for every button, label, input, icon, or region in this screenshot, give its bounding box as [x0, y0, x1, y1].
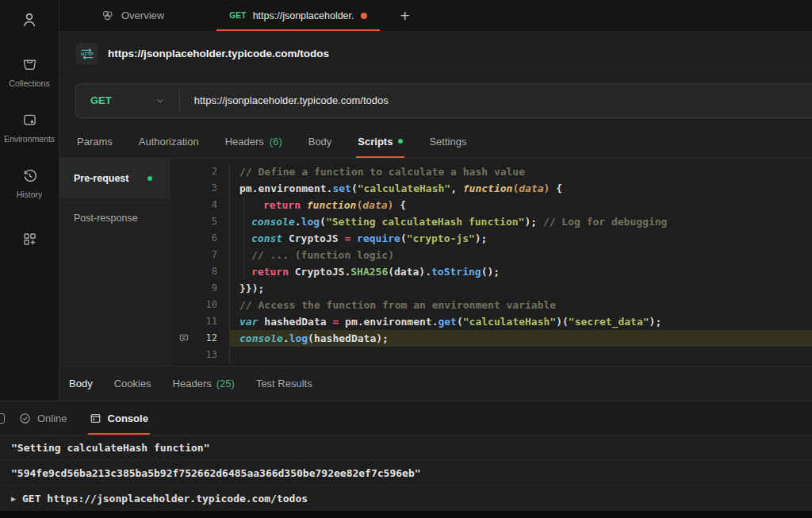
- tab-overview[interactable]: Overview: [101, 0, 164, 31]
- response-tab-body[interactable]: Body: [69, 378, 93, 389]
- sidebar-item-label: Collections: [9, 79, 49, 88]
- code-line[interactable]: 11var hashedData = pm.environment.get("c…: [170, 313, 812, 330]
- code-token: (: [320, 216, 326, 228]
- tab-request-label: https://jsonplaceholder.: [253, 10, 354, 21]
- code-token: CryptoJS: [282, 232, 344, 244]
- tab-label: Scripts: [358, 136, 393, 148]
- script-type-pre-request[interactable]: Pre-request: [59, 159, 170, 198]
- code-token: // Access the function from an environme…: [239, 299, 556, 311]
- script-type-list: Pre-requestPost-response: [59, 159, 170, 366]
- online-status: Online: [19, 401, 67, 435]
- script-type-post-response[interactable]: Post-response: [59, 198, 170, 238]
- script-type-label: Pre-request: [74, 173, 128, 184]
- console-log-text: "Setting calculateHash function": [11, 442, 209, 454]
- request-title-row: HTTP https://jsonplaceholder.typicode.co…: [59, 32, 812, 76]
- code-token: "Setting calculateHash function": [326, 216, 524, 228]
- line-number: 4: [170, 197, 230, 213]
- url-input[interactable]: https://jsonplaceholder.typicode.com/tod…: [180, 94, 389, 106]
- code-token: data: [519, 182, 543, 194]
- response-tab-test-results[interactable]: Test Results: [256, 378, 312, 389]
- code-token: require: [357, 232, 400, 244]
- scripts-panel: Pre-requestPost-response 2// Define a fu…: [59, 159, 812, 366]
- terminal-icon: [90, 412, 102, 424]
- code-token: .: [283, 332, 289, 344]
- line-number: 11: [170, 313, 230, 330]
- code-content: // Access the function from an environme…: [230, 297, 812, 313]
- tab-overview-label: Overview: [121, 10, 164, 21]
- line-number: 6: [170, 230, 230, 247]
- code-content: // ... (function logic): [230, 247, 812, 263]
- code-line[interactable]: 4return function(data) {: [170, 197, 812, 213]
- console-log-entry[interactable]: ▶GET https://jsonplaceholder.typicode.co…: [0, 486, 812, 512]
- line-number: 12: [170, 330, 230, 347]
- url-bar: GET https://jsonplaceholder.typicode.com…: [75, 83, 812, 118]
- code-editor[interactable]: 2// Define a function to calculate a has…: [170, 159, 812, 366]
- code-token: ,: [450, 182, 463, 194]
- sidebar-item-collections[interactable]: Collections: [0, 56, 59, 88]
- expand-arrow-icon[interactable]: ▶: [11, 486, 16, 511]
- code-line[interactable]: 10// Access the function from an environ…: [170, 297, 812, 313]
- tab-params[interactable]: Params: [77, 125, 113, 158]
- code-line[interactable]: 8return CryptoJS.SHA256(data).toString()…: [170, 263, 812, 280]
- code-token: {: [550, 182, 562, 194]
- response-tab-label: Test Results: [256, 378, 312, 389]
- tab-body[interactable]: Body: [308, 125, 332, 158]
- account-icon[interactable]: [17, 7, 42, 33]
- code-token: log: [289, 332, 308, 344]
- code-line[interactable]: 7// ... (function logic): [170, 247, 812, 263]
- code-line[interactable]: 13: [170, 347, 812, 363]
- code-token: // Define a function to calculate a hash…: [239, 166, 525, 178]
- code-token: return: [263, 199, 307, 211]
- code-token: "calculateHash": [463, 316, 556, 328]
- response-tab-label: Cookies: [114, 378, 151, 389]
- new-tab-button[interactable]: +: [400, 7, 410, 24]
- code-token: );: [649, 316, 662, 328]
- tab-settings[interactable]: Settings: [429, 125, 466, 158]
- history-icon: [21, 167, 38, 184]
- code-token: function: [463, 182, 513, 194]
- code-token: ();: [481, 266, 500, 278]
- console-panel: Online Console "Setting calculateHash fu…: [0, 401, 812, 518]
- tab-request-active[interactable]: GET https://jsonplaceholder.: [216, 0, 379, 31]
- code-token: );: [524, 216, 542, 228]
- line-number: 9: [170, 280, 230, 297]
- console-log-list: "Setting calculateHash function""594fe9c…: [0, 435, 812, 512]
- code-token: (hashedData);: [308, 332, 389, 344]
- code-token: {: [393, 199, 406, 211]
- code-token: (data).: [388, 266, 431, 278]
- response-tab-count: (25): [216, 378, 235, 389]
- more-tools-icon[interactable]: [21, 231, 38, 247]
- response-tab-cookies[interactable]: Cookies: [114, 378, 151, 389]
- code-content: return CryptoJS.SHA256(data).toString();: [230, 263, 812, 280]
- script-present-dot: [398, 139, 403, 144]
- code-token: const: [251, 232, 282, 244]
- toggle-sidebar-icon[interactable]: [0, 413, 5, 424]
- code-line[interactable]: 9}});: [170, 280, 812, 297]
- tab-scripts[interactable]: Scripts: [358, 125, 403, 158]
- code-line[interactable]: 5console.log("Setting calculateHash func…: [170, 213, 812, 230]
- method-dropdown[interactable]: GET: [76, 94, 179, 106]
- code-content: // Define a function to calculate a hash…: [230, 163, 812, 180]
- code-token: [350, 232, 357, 244]
- comment-marker-icon[interactable]: [178, 332, 190, 343]
- request-panel: HTTP https://jsonplaceholder.typicode.co…: [59, 32, 812, 401]
- tab-authorization[interactable]: Authorization: [139, 125, 199, 158]
- code-line[interactable]: 6const CryptoJS = require("crypto-js");: [170, 230, 812, 247]
- tab-count: (6): [270, 136, 282, 148]
- response-tab-headers[interactable]: Headers(25): [173, 378, 235, 389]
- sidebar-item-environments[interactable]: Environments: [0, 112, 59, 144]
- sidebar-item-history[interactable]: History: [0, 167, 59, 199]
- code-token: (: [400, 232, 407, 244]
- console-tab[interactable]: Console: [88, 401, 150, 435]
- code-token: console: [239, 332, 283, 344]
- code-line[interactable]: 3pm.environment.set("calculateHash", fun…: [170, 180, 812, 197]
- code-token: hashedData: [258, 316, 332, 328]
- code-token: // ... (function logic): [251, 249, 394, 261]
- collections-icon: [21, 56, 38, 73]
- request-tabs: ParamsAuthorizationHeaders(6)BodyScripts…: [59, 125, 812, 159]
- code-token: pm.environment.: [339, 316, 438, 328]
- code-line[interactable]: 12console.log(hashedData);: [170, 330, 812, 347]
- tab-headers[interactable]: Headers(6): [225, 125, 282, 158]
- environments-icon: [21, 112, 38, 129]
- code-line[interactable]: 2// Define a function to calculate a has…: [170, 163, 812, 180]
